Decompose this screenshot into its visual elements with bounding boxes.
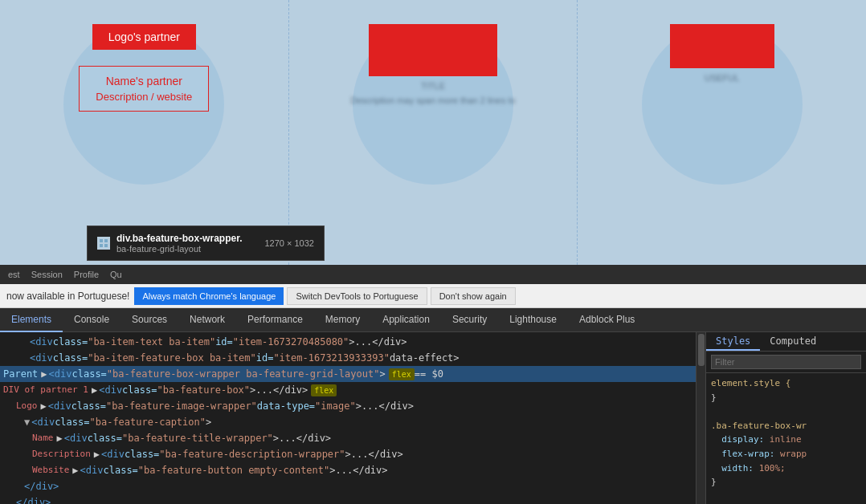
dom-line-close1: </div>: [0, 478, 696, 494]
col3-red-rect: [670, 24, 774, 68]
dom-line-name: Name ▶ <div class= "ba-feature-title-wra…: [0, 430, 696, 446]
col2-blurred-text: TITLE: [413, 81, 453, 91]
tab-network[interactable]: Network: [178, 308, 236, 332]
switch-portuguese-button[interactable]: Switch DevTools to Portuguese: [287, 287, 427, 305]
tooltip-info: div.ba-feature-box-wrapper. ba-feature-g…: [116, 233, 242, 254]
tooltip-size: 1270 × 1032: [264, 238, 313, 248]
menu-item-profile[interactable]: Profile: [69, 270, 104, 279]
name-label: Name: [32, 432, 54, 445]
devtools-tabs: Elements Console Sources Network Perform…: [0, 308, 866, 332]
always-match-button[interactable]: Always match Chrome's language: [134, 287, 284, 305]
styles-tabs: Styles Computed: [706, 332, 866, 352]
dom-line-description: Description ▶ <div class= "ba-feature-de…: [0, 446, 696, 462]
menu-item-est[interactable]: est: [3, 270, 25, 279]
website-label: Website: [32, 464, 69, 478]
svg-rect-4: [104, 244, 108, 247]
preview-col-2: TITLE Description may span more than 2 l…: [289, 0, 578, 265]
logo-label: Logo: [16, 400, 38, 413]
styles-filter: [706, 352, 866, 373]
tooltip-subtitle: ba-feature-grid-layout: [116, 244, 242, 254]
element-tooltip: div.ba-feature-box-wrapper. ba-feature-g…: [87, 226, 325, 261]
styles-filter-input[interactable]: [711, 355, 861, 369]
partner1-label: DIV of partner 1: [3, 384, 88, 397]
scrollbar-thumb[interactable]: [698, 334, 705, 366]
col2-blurred-desc: Description may span more than 2 lines t…: [342, 96, 523, 105]
name-box: Name's partner Description / website: [79, 66, 209, 112]
devtools-main: <div class= "ba-item-text ba-item" id= "…: [0, 332, 866, 504]
preview-col-3: USEFUL: [578, 0, 866, 265]
dont-show-again-button[interactable]: Don't show again: [431, 287, 516, 305]
dom-scrollbar[interactable]: [696, 332, 705, 504]
tab-lighthouse[interactable]: Lighthouse: [498, 308, 568, 332]
dom-val: "ba-item-text ba-item": [88, 335, 215, 349]
dom-line-partner1: DIV of partner 1 ▶ <div class= "ba-featu…: [0, 382, 696, 398]
dom-panel: <div class= "ba-item-text ba-item" id= "…: [0, 332, 696, 504]
tab-sources[interactable]: Sources: [121, 308, 178, 332]
dom-line-parent[interactable]: Parent ▶ <div class= "ba-feature-box-wra…: [0, 366, 696, 382]
flex-badge: flex: [389, 368, 415, 380]
dom-line-close2: </div>: [0, 494, 696, 504]
dom-line-caption: ▼ <div class= "ba-feature-caption" >: [0, 414, 696, 430]
col3-blurred-text: USEFUL: [696, 73, 747, 83]
tab-application[interactable]: Application: [371, 308, 441, 332]
tab-computed[interactable]: Computed: [760, 332, 826, 351]
tab-adblock[interactable]: Adblock Plus: [568, 308, 646, 332]
dom-tag: <div: [30, 335, 53, 349]
dom-line-website: Website ▶ <div class= "ba-feature-button…: [0, 462, 696, 478]
menu-item-session[interactable]: Session: [27, 270, 67, 279]
svg-rect-1: [100, 239, 103, 242]
col2-red-rect: [369, 24, 497, 76]
name-partner: Name's partner: [96, 75, 192, 87]
language-notice: now available in Portuguese!: [6, 291, 129, 302]
css-rule-ba-feature: .ba-feature-box-wr display: inline flex-…: [711, 419, 861, 490]
styles-panel: Styles Computed element.style { } .ba-fe…: [705, 332, 866, 504]
language-bar: now available in Portuguese! Always matc…: [0, 284, 866, 308]
tooltip-icon: [97, 237, 110, 250]
tab-memory[interactable]: Memory: [314, 308, 371, 332]
svg-rect-3: [100, 244, 103, 247]
menu-item-qu[interactable]: Qu: [105, 270, 127, 279]
dom-line-1: <div class= "ba-item-text ba-item" id= "…: [0, 334, 696, 350]
description-label: Description: [32, 448, 91, 461]
tooltip-title: div.ba-feature-box-wrapper.: [116, 233, 242, 244]
top-menu-bar: est Session Profile Qu: [0, 265, 866, 284]
tab-security[interactable]: Security: [441, 308, 498, 332]
styles-content: element.style { } .ba-feature-box-wr dis…: [706, 373, 866, 504]
logo-partner: Logo's partner: [92, 24, 196, 50]
tab-console[interactable]: Console: [63, 308, 121, 332]
preview-area: Logo's partner Name's partner Descriptio…: [0, 0, 866, 265]
dom-attr: class=: [53, 335, 88, 349]
svg-rect-2: [104, 239, 108, 242]
desc-partner: Description / website: [96, 91, 192, 103]
css-rule-element: element.style { }: [711, 376, 861, 404]
dom-line-2: <div class= "ba-item-feature-box ba-item…: [0, 350, 696, 366]
tab-elements[interactable]: Elements: [0, 308, 63, 332]
parent-label: Parent: [3, 367, 38, 381]
tab-performance[interactable]: Performance: [236, 308, 314, 332]
tab-styles[interactable]: Styles: [706, 332, 760, 351]
dom-line-logo: Logo ▶ <div class= "ba-feature-image-wra…: [0, 398, 696, 414]
